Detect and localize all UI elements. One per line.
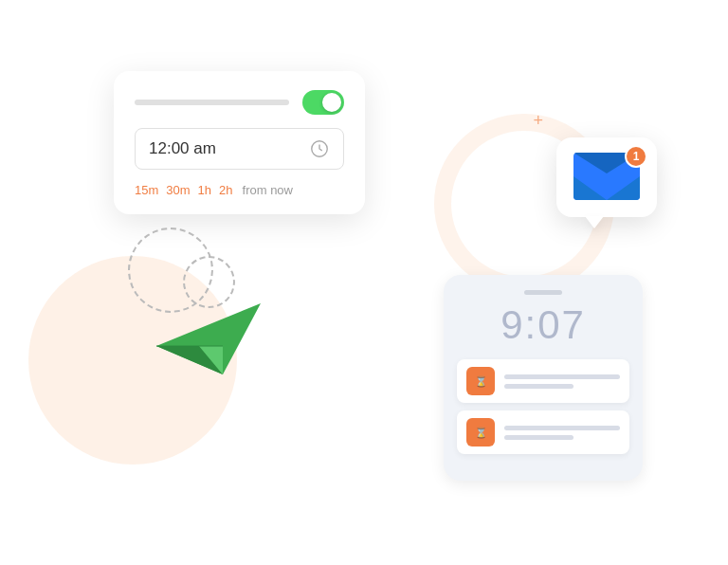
paper-plane-svg: [147, 294, 270, 383]
phone-time-display: 9:07: [457, 302, 629, 348]
phone-card: 9:07 ⌛ ⌛: [444, 275, 643, 481]
envelope-bottom-left: [573, 176, 607, 200]
notif-lines-1: [504, 374, 620, 389]
email-envelope: 1: [573, 153, 640, 202]
time-input-row[interactable]: 12:00 am: [135, 128, 344, 170]
main-scene: + 12:00 am 15m 30m 1h 2h from now: [0, 0, 728, 565]
phone-top-bar: [457, 290, 629, 295]
email-notification-bubble[interactable]: 1: [556, 137, 657, 217]
email-badge: 1: [625, 145, 647, 168]
shortcut-1h[interactable]: 1h: [198, 183, 211, 197]
shortcut-30m[interactable]: 30m: [166, 183, 190, 197]
shortcut-15m[interactable]: 15m: [135, 183, 158, 197]
shortcut-2h[interactable]: 2h: [219, 183, 232, 197]
from-now-label: from now: [243, 183, 293, 197]
clock-icon: [309, 138, 330, 159]
svg-text:⌛: ⌛: [475, 375, 488, 388]
alarm-toggle[interactable]: [302, 90, 344, 115]
time-value: 12:00 am: [149, 139, 309, 158]
toggle-knob: [322, 93, 341, 112]
notif-line-top-2: [504, 426, 620, 430]
notification-item-1[interactable]: ⌛: [457, 359, 629, 403]
phone-notch: [524, 290, 562, 295]
time-shortcuts-row: 15m 30m 1h 2h from now: [135, 183, 344, 197]
envelope-bottom-right: [607, 176, 640, 200]
notif-icon-1: ⌛: [466, 367, 495, 395]
toggle-label-bar: [135, 100, 289, 105]
notif-line-bottom-2: [504, 435, 573, 440]
alarm-card: 12:00 am 15m 30m 1h 2h from now: [114, 71, 365, 214]
alarm-card-top-row: [135, 90, 344, 115]
notif-line-top: [504, 374, 620, 379]
plus-icon: +: [533, 112, 543, 129]
notif-lines-2: [504, 426, 620, 440]
notification-item-2[interactable]: ⌛: [457, 410, 629, 454]
svg-text:⌛: ⌛: [475, 427, 488, 439]
notif-line-bottom: [504, 384, 573, 389]
notif-icon-2: ⌛: [466, 418, 495, 447]
